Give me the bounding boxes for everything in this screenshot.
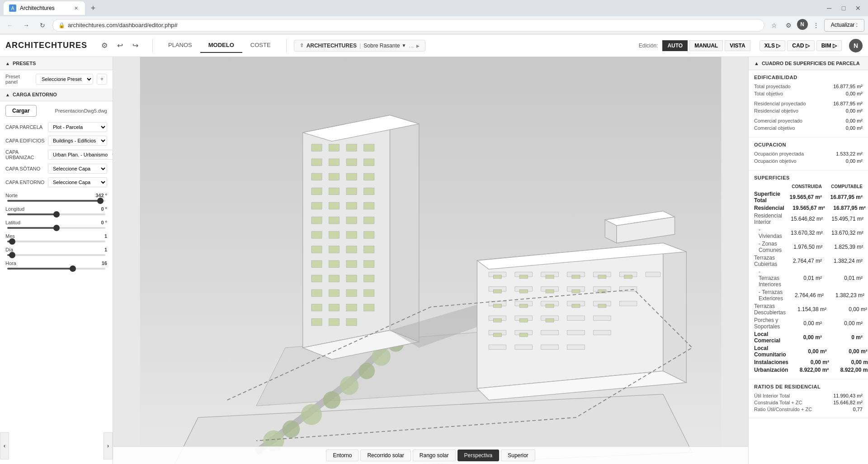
- update-btn[interactable]: Actualizar :: [824, 19, 864, 32]
- svg-rect-16: [311, 144, 322, 151]
- capa-entorno-select[interactable]: Seleccione Capa: [48, 177, 107, 187]
- redo-icon[interactable]: ↪: [129, 39, 142, 52]
- presets-label: PRESETS: [13, 61, 36, 66]
- preset-select[interactable]: Seleccione Preset: [36, 74, 93, 85]
- back-btn[interactable]: ←: [4, 19, 16, 32]
- norte-value: 342 °: [95, 193, 107, 198]
- location-dropdown[interactable]: Sobre Rasante ▼: [363, 43, 406, 49]
- capa-edificios-select[interactable]: Buildings - Edificios: [48, 136, 107, 146]
- svg-point-4: [283, 421, 300, 438]
- cad-export-btn[interactable]: CAD ▷: [787, 40, 814, 51]
- maximize-btn[interactable]: □: [837, 2, 850, 14]
- menu-btn[interactable]: ⋮: [810, 19, 822, 32]
- superior-btn[interactable]: Superior: [501, 450, 535, 461]
- carga-label: CARGA ENTORNO: [13, 92, 57, 97]
- sidebar-nav-right-btn[interactable]: ›: [104, 432, 113, 459]
- 3d-viewport[interactable]: Entorno Recorrido solar Rango solar Pers…: [113, 57, 748, 464]
- forward-btn[interactable]: →: [20, 19, 33, 32]
- extension-btn[interactable]: ⚙: [783, 19, 795, 32]
- recorrido-solar-btn[interactable]: Recorrido solar: [360, 450, 410, 461]
- reload-btn[interactable]: ↻: [36, 19, 49, 32]
- residencial-objetivo-label: Residencial objetivo: [754, 108, 798, 114]
- svg-rect-19: [364, 144, 374, 151]
- entorno-btn[interactable]: Entorno: [326, 450, 359, 461]
- address-input[interactable]: 🔒 architechtures.com/dashboard/editor.ph…: [52, 19, 764, 32]
- minimize-btn[interactable]: ─: [823, 2, 835, 14]
- right-panel-header: ▲ CUADRO DE SUPERFICIES DE PARCELA: [749, 57, 868, 70]
- ratios-section: RATIOS DE RESIDENCIAL Útil Interior Tota…: [749, 379, 868, 418]
- right-panel-title: CUADRO DE SUPERFICIES DE PARCELA: [762, 61, 860, 66]
- dia-slider-thumb[interactable]: [9, 252, 15, 258]
- svg-rect-22: [346, 159, 357, 166]
- toolbar-icons: ⚙ ↩ ↪: [98, 39, 142, 52]
- carga-section-header[interactable]: ▲ CARGA ENTORNO: [0, 88, 113, 101]
- local-comunitario-label: Local Comunitario: [754, 345, 786, 358]
- viviendas-row: - Viviendas 13.670,32 m² 13.670,32 m²: [754, 227, 863, 239]
- svg-rect-62: [346, 304, 357, 311]
- perspectiva-btn[interactable]: Perspectiva: [458, 450, 500, 461]
- edificabilidad-section: EDIFICABILIDAD Total proyectado 16.877,9…: [749, 70, 868, 137]
- terrazas-interiores-label: - Terrazas Interiores: [754, 269, 781, 288]
- mes-slider-thumb[interactable]: [9, 238, 15, 245]
- bim-export-btn[interactable]: BIM ▷: [816, 40, 842, 51]
- svg-rect-26: [346, 173, 357, 180]
- presets-section-header[interactable]: ▲ PRESETS: [0, 57, 113, 70]
- local-comercial-label: Local Comercial: [754, 331, 781, 344]
- active-tab[interactable]: A Architechtures ✕: [4, 1, 85, 15]
- right-panel: ▲ CUADRO DE SUPERFICIES DE PARCELA EDIFI…: [748, 57, 868, 464]
- bookmark-btn[interactable]: ☆: [768, 19, 781, 32]
- capa-entorno-row: CAPA ENTORNO Seleccione Capa: [0, 175, 113, 189]
- latitud-slider-thumb[interactable]: [53, 225, 60, 231]
- svg-rect-24: [311, 173, 322, 180]
- longitud-value: 0 °: [101, 206, 107, 212]
- svg-rect-33: [329, 202, 340, 209]
- urbanizacion-val2: 8.922,00 m²: [829, 367, 868, 373]
- tab-coste[interactable]: COSTE: [242, 38, 279, 53]
- local-comercial-val2: 0 m²: [822, 334, 863, 341]
- more-icon[interactable]: ▸: [416, 42, 420, 49]
- svg-rect-113: [546, 289, 554, 293]
- instalaciones-label: Instalaciones: [754, 359, 788, 365]
- ocupacion-objetivo-row: Ocupación objetivo 0,00 m²: [754, 158, 863, 164]
- edition-auto-btn[interactable]: AUTO: [662, 40, 688, 51]
- undo-icon[interactable]: ↩: [113, 39, 126, 52]
- preset-add-btn[interactable]: +: [97, 74, 107, 85]
- longitud-slider-thumb[interactable]: [53, 211, 60, 218]
- residencial-interior-val2: 15.495,71 m²: [823, 216, 863, 222]
- svg-rect-23: [364, 159, 374, 166]
- norte-slider-thumb[interactable]: [97, 198, 104, 204]
- svg-rect-114: [572, 289, 580, 293]
- tab-planos[interactable]: PLANOS: [160, 38, 200, 53]
- new-tab-btn[interactable]: +: [87, 2, 99, 14]
- urbanizacion-row: Urbanización 8.922,00 m² 8.922,00 m²: [754, 367, 863, 373]
- capa-parcela-select[interactable]: Plot - Parcela: [48, 122, 107, 132]
- hora-slider-thumb[interactable]: [70, 265, 76, 272]
- tab-close-btn[interactable]: ✕: [72, 5, 80, 12]
- cargar-btn[interactable]: Cargar: [5, 105, 37, 117]
- tab-modelo[interactable]: MODELO: [200, 38, 242, 53]
- xls-export-btn[interactable]: XLS ▷: [760, 40, 786, 51]
- zonas-comunes-val2: 1.825,39 m²: [822, 244, 863, 250]
- capa-sotano-select[interactable]: Seleccione Capa: [48, 164, 107, 174]
- top-toolbar: ARCHITECHTURES ⚙ ↩ ↪ PLANOS MODELO COSTE…: [0, 34, 868, 57]
- terrazas-interiores-row: - Terrazas Interiores 0,01 m² 0,01 m²: [754, 269, 863, 288]
- user-avatar[interactable]: N: [849, 39, 863, 52]
- building-scene-svg: [113, 57, 748, 464]
- panel-collapse-icon: ▲: [754, 61, 759, 66]
- porches-val2: 0,00 m²: [822, 320, 863, 327]
- close-window-btn[interactable]: ✕: [852, 2, 864, 14]
- rango-solar-btn[interactable]: Rango solar: [413, 450, 456, 461]
- hora-value: 16: [102, 260, 107, 266]
- profile-btn[interactable]: N: [797, 19, 808, 30]
- settings-icon[interactable]: ⚙: [98, 39, 111, 52]
- norte-slider-track: [7, 200, 105, 202]
- latitud-slider-row: Latitud 0 °: [5, 220, 107, 229]
- edition-manual-btn[interactable]: MANUAL: [689, 40, 723, 51]
- terrazas-cubiertas-val1: 2.764,47 m²: [781, 258, 822, 264]
- svg-rect-116: [493, 304, 501, 308]
- edition-vista-btn[interactable]: VISTA: [725, 40, 750, 51]
- svg-rect-50: [346, 260, 357, 267]
- ocupacion-proyectada-value: 1.533,22 m²: [836, 151, 863, 156]
- sidebar-nav-left-btn[interactable]: ‹: [0, 432, 9, 459]
- capa-urbanizac-select[interactable]: Urban Plan. - Urbanismo: [48, 150, 113, 160]
